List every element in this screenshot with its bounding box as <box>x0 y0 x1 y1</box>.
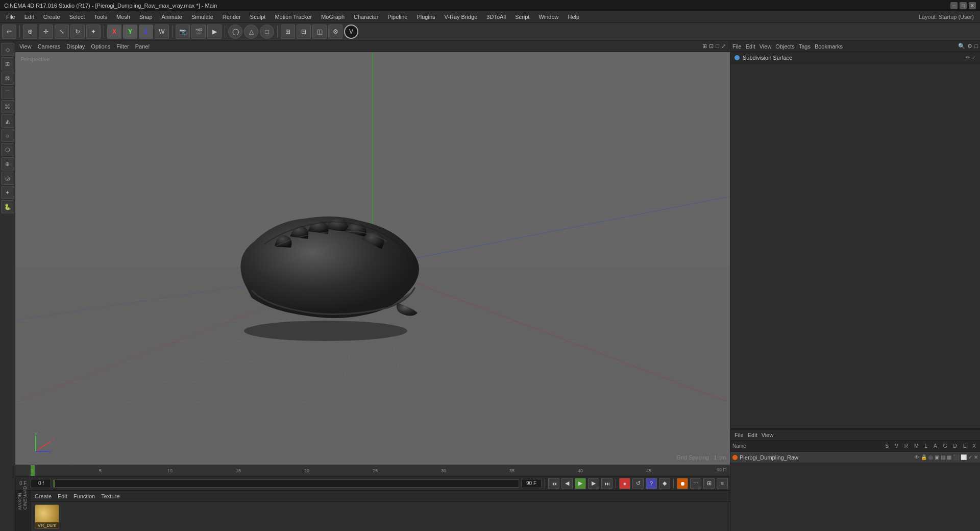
viewport-icon-fullscreen[interactable]: ⤢ <box>721 43 726 50</box>
frame-scrubber[interactable] <box>53 479 519 488</box>
grid-button[interactable]: ⊟ <box>297 25 311 39</box>
minimize-button[interactable]: ─ <box>950 2 958 9</box>
polygon-mode[interactable]: □ <box>260 25 274 39</box>
viewport-menu-cameras[interactable]: Cameras <box>38 43 61 50</box>
obj-menu-file[interactable]: File <box>734 432 744 438</box>
obj-list-item[interactable]: Pierogi_Dumpling_Raw 👁 🔒 ◎ ▣ ▤ ▦ ⬛ ⬜ ✓ ✕ <box>730 452 980 463</box>
rp-settings-icon[interactable]: ⚙ <box>967 43 972 50</box>
mat-menu-edit[interactable]: Edit <box>58 493 67 499</box>
obj-icon-tag3[interactable]: ▦ <box>947 454 951 460</box>
world-axis-button[interactable]: W <box>155 25 169 39</box>
viewport-menu-filter[interactable]: Filter <box>116 43 129 50</box>
x-axis-button[interactable]: X <box>107 25 121 39</box>
sidebar-nurbs-btn[interactable]: ⌘ <box>1 100 14 113</box>
menu-tools[interactable]: Tools <box>90 13 111 21</box>
prev-frame-button[interactable]: ◀ <box>561 478 573 489</box>
obj-icon-render[interactable]: ◎ <box>928 454 933 460</box>
y-axis-button[interactable]: Y <box>123 25 137 39</box>
obj-icon-tag6[interactable]: ✓ <box>968 454 972 460</box>
menu-pipeline[interactable]: Pipeline <box>383 13 411 21</box>
sidebar-sculpt-btn[interactable]: ✦ <box>1 186 14 199</box>
sidebar-paint-btn[interactable]: ⊠ <box>1 71 14 85</box>
menu-mograph[interactable]: MoGraph <box>317 13 349 21</box>
obj-icon-x[interactable]: ✕ <box>974 454 978 460</box>
sidebar-deform-btn[interactable]: ◭ <box>1 114 14 128</box>
render-view-button[interactable]: 🎬 <box>191 25 206 39</box>
menu-plugins[interactable]: Plugins <box>412 13 439 21</box>
rp-search-icon[interactable]: 🔍 <box>958 43 965 50</box>
sidebar-material-btn[interactable]: ◎ <box>1 172 14 185</box>
menu-sculpt[interactable]: Sculpt <box>246 13 270 21</box>
select-tool[interactable]: ✦ <box>86 25 101 39</box>
sidebar-object-btn[interactable]: ◇ <box>1 43 14 56</box>
menu-select[interactable]: Select <box>65 13 89 21</box>
menu-snap[interactable]: Snap <box>135 13 157 21</box>
maximize-button[interactable]: □ <box>960 2 967 9</box>
obj-menu-edit[interactable]: Edit <box>748 432 757 438</box>
rp-layout-icon[interactable]: □ <box>974 43 978 50</box>
viewport-icon-2[interactable]: ⊡ <box>709 43 714 50</box>
sidebar-camera-btn[interactable]: ⊕ <box>1 157 14 171</box>
rp-menu-bookmarks[interactable]: Bookmarks <box>815 43 843 50</box>
preview-button[interactable]: ? <box>646 478 657 489</box>
rp-menu-objects[interactable]: Objects <box>775 43 794 50</box>
rp-menu-tags[interactable]: Tags <box>799 43 811 50</box>
scene-motion-button[interactable]: ⊞ <box>703 478 715 489</box>
play-button[interactable]: ▶ <box>575 478 586 489</box>
menu-render[interactable]: Render <box>218 13 245 21</box>
viewport-menu-display[interactable]: Display <box>66 43 85 50</box>
timeline[interactable]: 0 5 10 15 20 25 30 35 40 45 90 F <box>15 465 730 476</box>
vray-button[interactable]: V <box>344 25 358 39</box>
sidebar-tag-btn[interactable]: ⬡ <box>1 143 14 156</box>
new-object-button[interactable]: ⊕ <box>23 25 37 39</box>
undo-button[interactable]: ↩ <box>2 25 16 39</box>
record-button[interactable]: ● <box>619 478 630 489</box>
rotate-tool[interactable]: ↻ <box>70 25 85 39</box>
rp-menu-file[interactable]: File <box>732 43 742 50</box>
viewport[interactable]: Perspective Grid Spacing : 1 cm X Y Z <box>15 52 730 465</box>
render-region-button[interactable]: 📷 <box>176 25 190 39</box>
rp-menu-view[interactable]: View <box>760 43 772 50</box>
menu-3dtoall[interactable]: 3DToAll <box>482 13 510 21</box>
obj-icon-tag4[interactable]: ⬛ <box>953 454 959 460</box>
mat-menu-texture[interactable]: Texture <box>101 493 119 499</box>
obj-icon-tag1[interactable]: ▣ <box>935 454 939 460</box>
goto-start-button[interactable]: ⏮ <box>548 478 559 489</box>
timeline-button[interactable]: ≡ <box>717 478 728 489</box>
motion-path-button[interactable]: ⋯ <box>690 478 701 489</box>
viewport-icon-3[interactable]: □ <box>716 43 719 50</box>
workplane-button[interactable]: ◫ <box>312 25 327 39</box>
keyframe-button[interactable]: ◆ <box>659 478 670 489</box>
loop-button[interactable]: ↺ <box>632 478 644 489</box>
menu-file[interactable]: File <box>2 13 19 21</box>
mat-menu-function[interactable]: Function <box>74 493 95 499</box>
z-axis-button[interactable]: Z <box>139 25 153 39</box>
viewport-icon-1[interactable]: ⊞ <box>702 43 707 50</box>
viewport-menu-view[interactable]: View <box>19 43 32 50</box>
subdiv-edit-icon[interactable]: ✏ <box>966 55 970 60</box>
snap-button[interactable]: ⊞ <box>281 25 295 39</box>
menu-edit[interactable]: Edit <box>20 13 38 21</box>
subdiv-check-icon[interactable]: ✓ <box>972 55 976 60</box>
close-button[interactable]: ✕ <box>969 2 976 9</box>
viewport-menu-options[interactable]: Options <box>91 43 110 50</box>
material-thumbnail[interactable]: VR_Dum <box>35 504 59 529</box>
menu-simulate[interactable]: Simulate <box>187 13 217 21</box>
goto-end-button[interactable]: ⏭ <box>601 478 612 489</box>
object-mode[interactable]: ◯ <box>228 25 242 39</box>
menu-help[interactable]: Help <box>564 13 584 21</box>
mat-menu-create[interactable]: Create <box>35 493 52 499</box>
obj-icon-tag5[interactable]: ⬜ <box>961 454 967 460</box>
rp-menu-edit[interactable]: Edit <box>746 43 755 50</box>
scale-tool[interactable]: ⤡ <box>55 25 69 39</box>
frame-input[interactable] <box>31 479 51 488</box>
menu-character[interactable]: Character <box>350 13 382 21</box>
viewport-menu-panel[interactable]: Panel <box>135 43 150 50</box>
menu-vray[interactable]: V-Ray Bridge <box>440 13 482 21</box>
obj-icon-eye[interactable]: 👁 <box>914 454 919 460</box>
menu-window[interactable]: Window <box>534 13 562 21</box>
render-all-button[interactable]: ▶ <box>207 25 222 39</box>
settings-button[interactable]: ⚙ <box>328 25 342 39</box>
end-frame-input[interactable] <box>521 479 542 488</box>
move-tool[interactable]: ✛ <box>39 25 53 39</box>
